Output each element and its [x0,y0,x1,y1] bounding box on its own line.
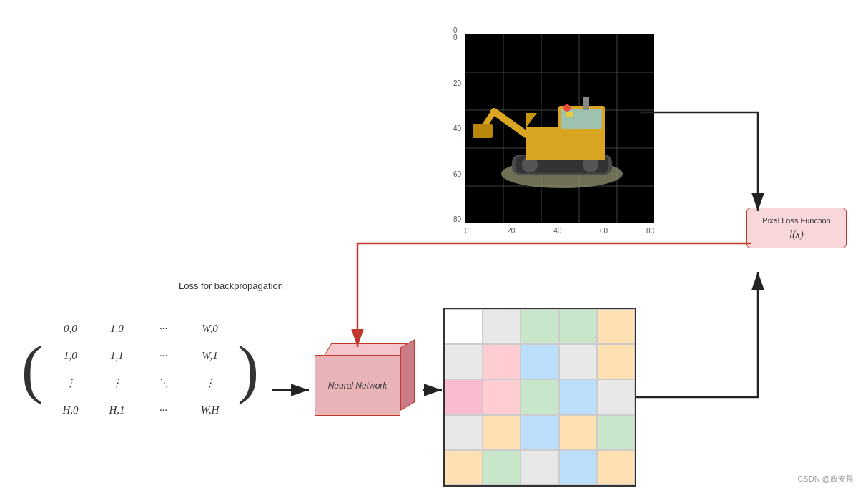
matrix-cells: 0,0 1,0 ··· W,0 1,0 1,1 ··· W,1 ⋮ ⋮ ⋱ ⋮ … [47,315,233,424]
color-cell-1-3 [559,344,597,379]
cell-0-0: 0,0 [64,323,77,335]
x-label-60: 60 [600,227,608,235]
cell-0-2: ··· [159,323,167,335]
cell-3-1: H,1 [109,404,124,416]
matrix-bracket-left: ( [21,337,43,401]
color-cell-0-0 [445,309,483,344]
chart-wrapper: 0 0 20 40 60 80 [443,18,665,240]
cell-0-3: W,0 [202,323,217,335]
color-cell-3-2 [521,415,558,450]
color-cell-0-4 [597,309,635,344]
cell-1-3: W,1 [202,350,217,362]
cell-2-0: ⋮ [65,376,76,389]
x-label-80: 80 [646,227,654,235]
y-label-60: 60 [453,170,461,178]
color-cell-3-1 [483,415,521,450]
pixel-loss-box: Pixel Loss Function l(x) [746,208,847,248]
color-cell-2-1 [483,379,521,414]
color-cell-4-3 [559,450,597,485]
diagram: 0 0 20 40 60 80 [0,0,868,493]
color-cell-2-2 [521,379,558,414]
color-cell-4-0 [445,450,483,485]
chart-x-labels: 0 20 40 60 80 [465,227,654,235]
color-cell-1-1 [483,344,521,379]
chart-image [465,34,654,223]
color-cell-4-1 [483,450,521,485]
color-cell-0-2 [521,309,558,344]
color-cell-4-2 [521,450,558,485]
color-cell-1-2 [521,344,558,379]
cell-3-0: H,0 [62,404,78,416]
nn-right-face [400,339,415,411]
cell-1-2: ··· [159,350,167,362]
y-label-0: 0 [453,34,461,42]
matrix-bracket-right: ) [237,337,259,401]
color-cell-1-4 [597,344,635,379]
arrow-colorgrid-to-loss [636,272,758,397]
svg-rect-22 [566,112,573,117]
color-cell-0-3 [559,309,597,344]
y-label-80: 80 [453,215,461,223]
color-cell-4-4 [597,450,635,485]
svg-point-21 [563,104,571,112]
color-grid [445,309,635,485]
color-grid-output [443,308,636,487]
x-label-40: 40 [553,227,561,235]
neural-network-box: Neural Network [307,343,411,422]
cell-1-0: 1,0 [64,350,77,362]
watermark: CSDN @政安晨 [798,474,854,484]
svg-marker-20 [526,113,537,127]
svg-line-17 [494,112,526,135]
chart-y-labels: 0 20 40 60 80 [453,34,461,223]
chart-svg [465,34,654,223]
svg-rect-19 [473,124,493,138]
color-cell-0-1 [483,309,521,344]
y-label-20: 20 [453,79,461,87]
y-label-40: 40 [453,125,461,132]
x-label-0: 0 [465,227,469,235]
matrix-content: ( 0,0 1,0 ··· W,0 1,0 1,1 ··· W,1 ⋮ ⋮ ⋱ … [21,315,265,424]
loss-box-title: Pixel Loss Function [753,215,840,226]
cell-3-2: ··· [159,404,167,416]
color-cell-3-3 [559,415,597,450]
nn-label: Neural Network [328,381,388,391]
color-cell-3-0 [445,415,483,450]
color-cell-3-4 [597,415,635,450]
backprop-text: Loss for backpropagation [179,280,283,291]
color-cell-1-0 [445,344,483,379]
loss-box-formula: l(x) [753,229,840,240]
cell-2-1: ⋮ [112,376,122,389]
cell-3-3: W,H [201,404,220,416]
cell-1-1: 1,1 [110,350,124,362]
cell-2-2: ⋱ [158,376,169,389]
backprop-label: Loss for backpropagation [179,279,283,293]
color-cell-2-0 [445,379,483,414]
nn-box-inner: Neural Network [307,343,411,422]
x-label-20: 20 [507,227,515,235]
nn-front-face: Neural Network [315,355,400,416]
cell-0-1: 1,0 [110,323,124,335]
cell-2-3: ⋮ [204,376,215,389]
color-cell-2-4 [597,379,635,414]
matrix-container: ( 0,0 1,0 ··· W,0 1,0 1,1 ··· W,1 ⋮ ⋮ ⋱ … [21,315,265,424]
color-cell-2-3 [559,379,597,414]
svg-rect-16 [583,97,589,110]
